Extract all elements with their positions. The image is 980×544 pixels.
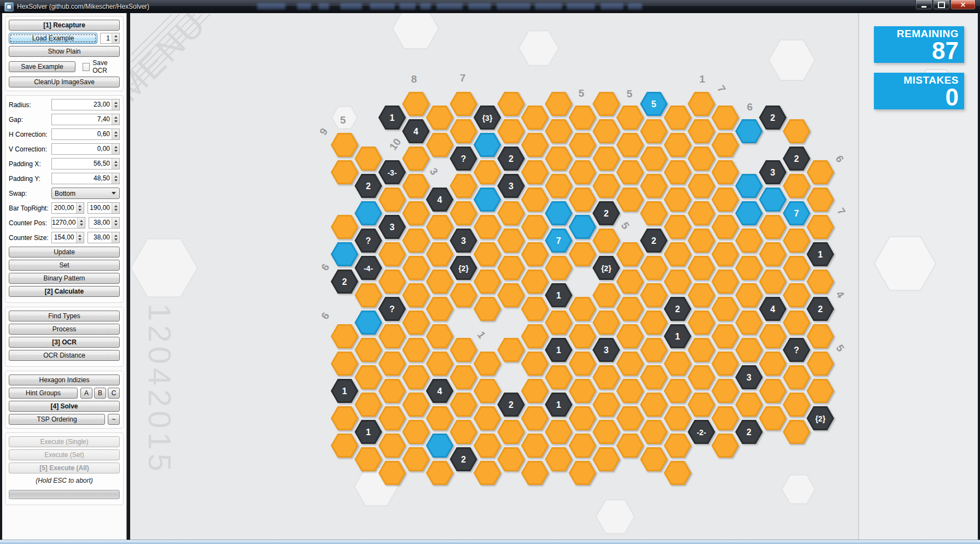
hex-cell-orange-3-10[interactable] <box>403 339 429 361</box>
hex-cell-orange-3-6[interactable] <box>403 230 429 252</box>
hex-cell-blue-17-5[interactable] <box>736 202 762 225</box>
hex-cell-orange-7-7[interactable] <box>498 257 524 279</box>
find-types-button[interactable]: Find Types <box>9 311 120 321</box>
hex-cell-orange-16-11[interactable] <box>713 380 738 402</box>
hex-cell-orange-15-3[interactable] <box>689 148 714 170</box>
hexagon-indizies-button[interactable]: Hexagon Indizies <box>9 375 120 385</box>
hex-cell-orange-8-7[interactable] <box>522 271 548 293</box>
hex-cell-orange-15-7[interactable] <box>689 257 714 279</box>
hex-cell-orange-14-11[interactable] <box>665 380 691 402</box>
hex-cell-orange-20-9[interactable] <box>808 325 833 348</box>
hex-cell-orange-13-3[interactable] <box>641 148 667 170</box>
hex-cell-orange-15-1[interactable] <box>689 93 714 115</box>
hex-cell-orange-0-10[interactable] <box>332 353 358 375</box>
hex-cell-orange-8-4[interactable] <box>522 189 548 211</box>
hex-cell-orange-15-2[interactable] <box>689 120 714 143</box>
hex-cell-orange-8-14[interactable] <box>522 462 548 484</box>
hex-cell-orange-3-4[interactable] <box>403 175 429 197</box>
hex-cell-orange-15-6[interactable] <box>689 230 714 252</box>
stepper-arrows-icon[interactable] <box>77 218 85 228</box>
hex-cell-orange-13-14[interactable] <box>641 448 667 471</box>
stepper-arrows-icon[interactable] <box>76 232 84 243</box>
hex-cell-orange-16-10[interactable] <box>713 353 738 375</box>
close-button[interactable]: ✕ <box>950 0 976 10</box>
hex-cell-orange-13-10[interactable] <box>641 339 667 361</box>
binary-pattern-button[interactable]: Binary Pattern <box>9 273 120 284</box>
hex-cell-orange-10-4[interactable] <box>570 189 596 211</box>
hex-cell-orange-10-14[interactable] <box>570 462 596 484</box>
hex-cell-orange-17-7[interactable] <box>736 257 762 279</box>
stepper-arrows-icon[interactable] <box>112 129 119 139</box>
hex-cell-orange-8-10[interactable] <box>522 353 548 375</box>
hex-cell-orange-0-3[interactable] <box>332 161 358 184</box>
hex-cell-orange-4-12[interactable] <box>427 407 453 430</box>
v-correction-input-0[interactable]: 0,00 <box>51 143 120 155</box>
hex-cell-orange-2-14[interactable] <box>380 462 405 484</box>
hex-cell-blue-4-13[interactable] <box>427 435 453 457</box>
hex-cell-orange-18-5[interactable] <box>760 216 786 238</box>
hex-cell-orange-15-9[interactable] <box>689 312 714 334</box>
hex-cell-orange-5-8[interactable] <box>451 284 476 307</box>
hex-cell-orange-17-8[interactable] <box>736 284 762 307</box>
hex-cell-orange-15-5[interactable] <box>689 202 714 225</box>
hex-cell-orange-0-9[interactable] <box>332 325 358 348</box>
hex-cell-orange-14-4[interactable] <box>665 189 691 211</box>
hex-cell-orange-4-5[interactable] <box>427 216 453 238</box>
hex-cell-orange-11-9[interactable] <box>593 312 619 334</box>
hex-cell-orange-8-2[interactable] <box>522 134 548 156</box>
hex-cell-orange-8-13[interactable] <box>522 435 548 457</box>
counter-pos-input-1[interactable]: 38,00 <box>89 217 120 229</box>
hex-cell-orange-7-6[interactable] <box>498 230 524 252</box>
stepper-arrows-icon[interactable] <box>112 218 119 228</box>
hex-cell-orange-1-14[interactable] <box>355 448 381 471</box>
hex-cell-orange-19-9[interactable] <box>784 312 809 334</box>
hex-cell-orange-0-2[interactable] <box>332 134 358 156</box>
hex-cell-orange-7-13[interactable] <box>498 421 524 443</box>
radius-input-0[interactable]: 23,00 <box>51 99 120 110</box>
hex-cell-orange-17-10[interactable] <box>736 339 762 361</box>
hex-cell-orange-13-2[interactable] <box>641 120 667 143</box>
hint-groups-button[interactable]: Hint Groups <box>9 388 78 399</box>
hex-cell-orange-10-8[interactable] <box>570 298 596 320</box>
hex-cell-orange-1-8[interactable] <box>355 284 381 307</box>
stepper-arrows-icon[interactable] <box>112 100 119 110</box>
hint-group-a-button[interactable]: A <box>80 388 92 399</box>
hex-cell-orange-12-6[interactable] <box>617 243 643 266</box>
hex-cell-orange-9-4[interactable] <box>546 175 571 197</box>
hex-cell-orange-12-8[interactable] <box>617 298 643 320</box>
hex-cell-orange-18-12[interactable] <box>760 407 786 430</box>
stepper-arrows-icon[interactable] <box>112 232 119 243</box>
hex-cell-orange-18-9[interactable] <box>760 325 786 348</box>
hex-cell-orange-6-7[interactable] <box>475 271 500 293</box>
hex-cell-orange-11-8[interactable] <box>593 284 619 307</box>
hex-cell-orange-3-11[interactable] <box>403 366 429 389</box>
hex-cell-orange-0-12[interactable] <box>332 407 358 430</box>
hex-cell-orange-3-3[interactable] <box>403 148 429 170</box>
hex-cell-orange-3-1[interactable] <box>403 93 429 115</box>
hex-cell-orange-4-7[interactable] <box>427 271 453 293</box>
hex-cell-orange-20-7[interactable] <box>808 271 833 293</box>
hex-cell-orange-14-2[interactable] <box>665 134 691 156</box>
hex-cell-orange-6-13[interactable] <box>475 435 500 457</box>
hex-cell-orange-7-8[interactable] <box>498 284 524 307</box>
hex-cell-orange-6-6[interactable] <box>475 243 500 266</box>
hex-cell-orange-19-7[interactable] <box>784 257 809 279</box>
hex-cell-orange-18-11[interactable] <box>760 380 786 402</box>
maximize-button[interactable] <box>933 0 950 10</box>
hex-cell-orange-13-9[interactable] <box>641 312 667 334</box>
hex-cell-orange-8-3[interactable] <box>522 161 548 184</box>
hex-board[interactable]: MENU12042015212?-4-11-3-3?444?3{2}2{3}23… <box>130 13 978 540</box>
hex-cell-orange-7-2[interactable] <box>498 120 524 143</box>
hex-cell-orange-4-14[interactable] <box>427 462 453 484</box>
hex-cell-orange-14-7[interactable] <box>665 271 691 293</box>
hex-cell-orange-2-7[interactable] <box>380 271 405 293</box>
hex-cell-orange-20-3[interactable] <box>808 161 833 184</box>
hex-cell-orange-13-13[interactable] <box>641 421 667 443</box>
hex-cell-orange-6-5[interactable] <box>475 216 500 238</box>
hex-cell-blue-6-2[interactable] <box>475 134 500 156</box>
hex-cell-orange-2-4[interactable] <box>380 189 405 211</box>
hex-cell-orange-11-14[interactable] <box>593 448 619 471</box>
stepper-arrows-icon[interactable] <box>112 114 119 125</box>
hex-cell-blue-0-6[interactable] <box>332 243 358 266</box>
ocr-distance-button[interactable]: OCR Distance <box>9 350 120 361</box>
